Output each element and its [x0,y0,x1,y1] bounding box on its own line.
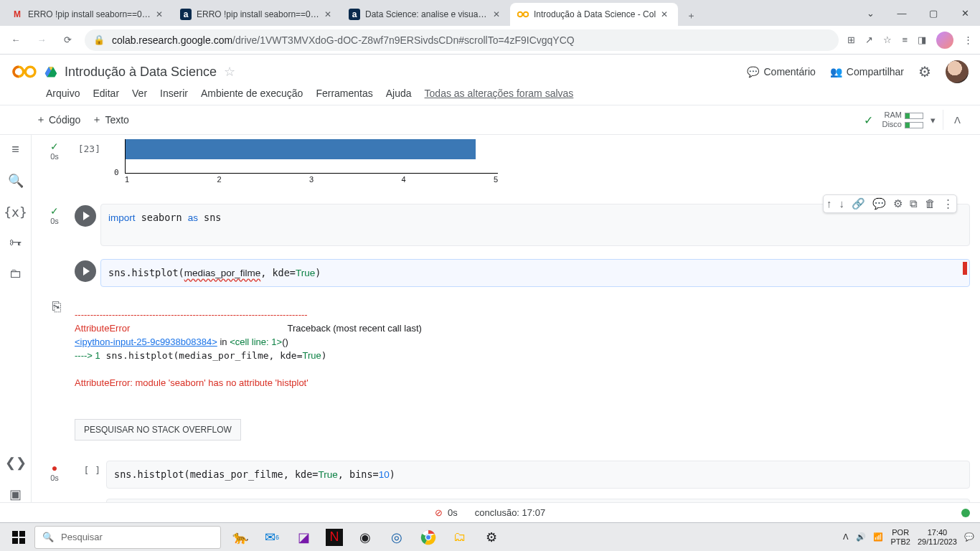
comment-button[interactable]: 💬 Comentário [747,66,815,77]
onenote-icon[interactable]: ◪ [294,528,313,547]
close-icon[interactable]: ✕ [661,9,671,19]
browser-tab[interactable]: a ERRO !pip install seaborn==0.9. ✕ [173,3,341,26]
window-maximize-icon[interactable]: ▢ [923,8,944,19]
resource-meters[interactable]: RAM Disco [882,110,923,129]
drive-icon [44,65,57,78]
svg-point-3 [25,67,35,77]
notifications-icon[interactable]: 💬 [964,532,974,542]
copilot-icon[interactable]: ◉ [356,528,374,547]
reload-icon[interactable]: ⟳ [59,32,76,49]
close-icon[interactable]: ✕ [156,9,166,19]
menu-ambiente[interactable]: Ambiente de execução [201,88,303,99]
run-cell-button[interactable] [75,260,96,282]
colab-logo-icon[interactable] [11,59,37,85]
install-app-icon[interactable]: ⊞ [847,34,855,45]
back-icon[interactable]: ← [7,32,24,49]
gear-icon[interactable]: ⚙ [918,63,931,80]
run-cell-button[interactable] [75,205,96,227]
share-button[interactable]: 👥 Compartilhar [830,66,904,77]
taskbar-search[interactable]: 🔍 Pesquisar [34,526,221,549]
gear-icon[interactable]: ⚙ [893,197,903,210]
bookmark-star-icon[interactable]: ☆ [883,34,892,45]
svg-point-9 [425,534,430,540]
url-text: colab.research.google.com/drive/1VWT3MVX… [112,34,575,46]
tray-chevron-icon[interactable]: ᐱ [843,532,849,542]
colab-statusbar: ⊘ 0s conclusão: 17:07 [0,502,980,522]
mirror-icon[interactable]: ⧉ [910,197,918,210]
star-icon[interactable]: ☆ [224,64,235,80]
search-icon[interactable]: 🔍 [8,173,24,189]
variables-icon[interactable]: {x} [4,204,27,220]
menu-ajuda[interactable]: Ajuda [386,88,412,99]
browser-toolbar: ← → ⟳ 🔒 colab.research.google.com/drive/… [0,26,980,55]
search-placeholder: Pesquisar [61,532,103,542]
menu-ferramentas[interactable]: Ferramentas [316,88,372,99]
search-stackoverflow-button[interactable]: PESQUISAR NO STACK OVERFLOW [75,419,241,441]
add-code-button[interactable]: ＋ Código [36,113,80,126]
document-title[interactable]: Introdução à Data Science [65,65,217,80]
colab-header: Introdução à Data Science ☆ 💬 Comentário… [0,55,980,85]
side-panel-icon[interactable]: ◨ [918,34,926,45]
toc-icon[interactable]: ≡ [11,142,19,157]
start-button[interactable] [6,531,32,544]
terminal-icon[interactable]: ▣ [9,486,22,502]
clock[interactable]: 17:4029/11/2023 [918,528,957,547]
browser-tab[interactable]: M ERRO !pip install seaborn==0.9. ✕ [4,3,173,26]
window-close-icon[interactable]: ✕ [954,8,976,19]
user-avatar[interactable] [946,60,969,83]
netflix-icon[interactable]: N [326,529,343,546]
kernel-status-icon[interactable] [961,509,970,517]
browser-tabstrip: M ERRO !pip install seaborn==0.9. ✕ a ER… [0,0,980,26]
volume-icon[interactable]: 🔊 [856,532,866,542]
address-bar[interactable]: 🔒 colab.research.google.com/drive/1VWT3M… [85,29,839,51]
new-tab-button[interactable]: ＋ [681,6,701,26]
reading-list-icon[interactable]: ≡ [902,34,908,45]
error-icon: ⊘ [435,507,443,518]
notebook-area[interactable]: ✓ 0s [23] 0 1 2 3 4 5 ↑ [32,135,980,502]
move-up-icon[interactable]: ↑ [826,197,832,210]
wifi-icon[interactable]: 📶 [873,532,883,542]
menu-ver[interactable]: Ver [132,88,147,99]
code-cell[interactable]: sns.histplot(medias_por_filme, kde=True,… [106,461,970,489]
save-status[interactable]: Todas as alterações foram salvas [425,88,574,99]
output-toggle-icon[interactable]: ⎘ [46,298,67,315]
share-icon[interactable]: ↗ [865,34,873,45]
explorer-icon[interactable]: 🗂 [451,528,469,547]
browser-tab[interactable]: a Data Science: analise e visualizaç ✕ [341,3,510,26]
close-icon[interactable]: ✕ [493,9,503,19]
menu-editar[interactable]: Editar [93,88,119,99]
close-icon[interactable]: ✕ [324,9,334,19]
profile-avatar-icon[interactable] [936,32,953,49]
move-down-icon[interactable]: ↓ [839,197,845,210]
secrets-key-icon[interactable]: 🗝 [9,235,22,250]
taskbar-app-icon[interactable]: 🐆 [231,528,250,547]
ime-indicator[interactable]: PORPTB2 [890,528,910,547]
link-icon[interactable]: 🔗 [852,197,865,210]
add-text-button[interactable]: ＋ Texto [92,113,128,126]
runtime-menu-caret-icon[interactable]: ▾ [930,115,936,126]
menu-inserir[interactable]: Inserir [160,88,188,99]
chrome-icon[interactable] [419,528,438,547]
kebab-menu-icon[interactable]: ⋮ [943,197,953,210]
forward-icon[interactable]: → [33,32,50,49]
kebab-menu-icon[interactable]: ⋮ [963,34,973,45]
chevron-down-icon[interactable]: ⌄ [859,8,881,19]
code-snippets-icon[interactable]: ❮❯ [5,455,27,471]
menu-arquivo[interactable]: Arquivo [46,88,80,99]
mail-icon[interactable]: ✉6 [263,528,281,547]
cell-error-output: ----------------------------------------… [75,294,970,403]
delete-icon[interactable]: 🗑 [925,197,936,210]
gmail-icon: M [11,9,23,20]
window-minimize-icon[interactable]: — [891,8,913,19]
settings-icon[interactable]: ⚙ [482,528,501,547]
cell-prompt: [23] [75,139,106,184]
svg-point-0 [518,12,523,17]
browser-tab-active[interactable]: Introdução à Data Science - Col ✕ [510,3,678,26]
comment-icon[interactable]: 💬 [872,197,886,210]
comment-icon: 💬 [747,66,759,77]
files-icon[interactable]: 🗀 [9,266,22,281]
edge-icon[interactable]: ◎ [387,528,406,547]
left-sidebar: ≡ 🔍 {x} 🗝 🗀 ❮❯ ▣ [0,135,32,502]
code-cell[interactable]: sns.histplot(medias_por_filme, kde=True) [100,259,970,287]
collapse-header-icon[interactable]: ᐱ [943,110,971,130]
